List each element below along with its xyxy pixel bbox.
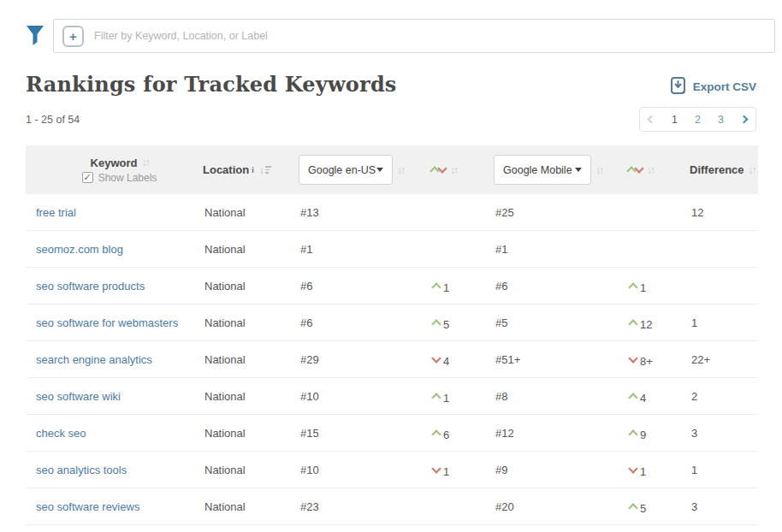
sort-change-desktop-icon[interactable]: ↓↑ (450, 164, 457, 176)
cell-rank-desktop: #10 (299, 464, 431, 476)
table-row: seo software reviewsNational#23#2053 (26, 488, 758, 525)
chevron-right-icon (740, 115, 749, 124)
export-csv-button[interactable]: Export CSV (671, 77, 756, 96)
change-value: 9 (640, 429, 646, 441)
table-row: seomoz.com blogNational#1#1 (26, 231, 758, 268)
cell-location: National (203, 316, 299, 329)
cell-rank-desktop: #1 (299, 243, 431, 256)
keyword-link[interactable]: seo software reviews (26, 500, 203, 513)
rank-down-icon (628, 464, 637, 473)
table-row: free trialNational#13#2512 (26, 194, 758, 231)
pagination-prev-button[interactable] (640, 108, 663, 131)
sort-difference-icon[interactable]: ↓↑ (749, 164, 755, 176)
cell-rank-mobile: #8 (494, 390, 628, 403)
change-value: 12 (640, 318, 652, 331)
cell-rank-mobile: #20 (494, 500, 628, 513)
pagination: 1 2 3 (639, 107, 756, 132)
cell-difference: 22+ (690, 353, 758, 366)
cell-change-mobile: 9 (628, 427, 690, 440)
column-difference: Difference ↓↑ (690, 163, 758, 176)
info-icon[interactable]: i (252, 166, 254, 174)
rank-up-icon (431, 319, 441, 328)
cell-rank-mobile: #12 (494, 427, 628, 440)
keyword-link[interactable]: seo software wiki (26, 390, 203, 403)
pagination-next-button[interactable] (732, 108, 755, 131)
change-value: 5 (640, 502, 646, 515)
show-labels-label: Show Labels (98, 172, 157, 184)
cell-rank-desktop: #6 (299, 316, 431, 329)
checkbox-checked-icon[interactable]: ✓ (82, 172, 93, 183)
sort-keyword-icon[interactable]: ↓↑ (141, 157, 148, 168)
rankings-table: Keyword ↓↑ ✓ Show Labels Location i ↓ Go… (26, 145, 758, 525)
column-keyword: Keyword ↓↑ ✓ Show Labels (26, 157, 203, 184)
cell-difference: 1 (690, 316, 758, 329)
table-row: seo software wikiNational#101#842 (26, 378, 758, 415)
filter-funnel-icon[interactable] (26, 25, 44, 47)
keyword-link[interactable]: seo software products (26, 280, 203, 293)
cell-change-desktop: 6 (431, 427, 494, 440)
cell-change-desktop: 1 (431, 390, 494, 403)
cell-rank-mobile: #9 (494, 464, 628, 476)
change-value: 4 (443, 355, 449, 368)
engine-mobile-value: Google Mobile (503, 164, 572, 176)
cell-rank-desktop: #29 (299, 353, 431, 366)
cell-change-mobile: 12 (628, 316, 690, 329)
rank-change-icon (628, 165, 643, 174)
cell-change-mobile: 1 (628, 280, 690, 293)
sort-rank-desktop-icon[interactable]: ↓↑ (397, 164, 404, 176)
filter-input-container: + (53, 19, 775, 53)
keyword-link[interactable]: free trial (26, 206, 203, 219)
rank-down-icon (437, 163, 447, 173)
pagination-page-2[interactable]: 2 (686, 108, 709, 131)
sort-change-mobile-icon[interactable]: ↓↑ (647, 164, 654, 176)
cell-change-desktop: 1 (431, 280, 494, 293)
add-filter-button[interactable]: + (62, 26, 84, 47)
cell-location: National (203, 243, 299, 256)
cell-difference: 1 (690, 464, 758, 476)
cell-change-mobile: 8+ (628, 353, 690, 366)
engine-desktop-dropdown[interactable]: Google en-US (299, 155, 393, 185)
sort-location-icon[interactable]: ↓ (259, 164, 271, 176)
column-change-mobile: ↓↑ (628, 164, 690, 176)
keyword-link[interactable]: check seo (26, 427, 203, 440)
cell-rank-desktop: #15 (299, 427, 431, 440)
column-change-desktop: ↓↑ (431, 164, 494, 176)
keyword-link[interactable]: seo software for webmasters (26, 316, 203, 329)
change-value: 1 (640, 465, 646, 478)
page-title: Rankings for Tracked Keywords (26, 72, 397, 97)
keyword-link[interactable]: seomoz.com blog (26, 243, 203, 256)
caret-down-icon (376, 168, 383, 172)
rank-up-icon (628, 503, 637, 512)
keyword-header-label: Keyword (91, 157, 138, 169)
change-value: 1 (443, 465, 449, 478)
cell-rank-mobile: #1 (494, 243, 628, 256)
table-row: seo analytics toolsNational#101#911 (26, 452, 758, 488)
engine-mobile-dropdown[interactable]: Google Mobile (494, 155, 591, 185)
cell-rank-desktop: #23 (299, 500, 431, 513)
change-value: 1 (640, 281, 646, 294)
sort-rank-mobile-icon[interactable]: ↓↑ (595, 164, 602, 176)
rank-up-icon (628, 429, 637, 439)
result-range: 1 - 25 of 54 (26, 114, 80, 126)
column-engine-desktop: Google en-US ↓↑ (299, 155, 431, 185)
cell-location: National (203, 464, 299, 476)
cell-difference: 2 (690, 390, 758, 403)
change-value: 8+ (640, 355, 653, 368)
change-value: 1 (443, 281, 449, 294)
show-labels-toggle[interactable]: ✓ Show Labels (82, 172, 157, 184)
rank-up-icon (431, 429, 441, 439)
change-value: 4 (640, 392, 646, 405)
keyword-link[interactable]: search engine analytics (26, 353, 203, 366)
filter-input[interactable] (94, 30, 774, 42)
change-value: 1 (443, 392, 449, 405)
cell-change-mobile: 5 (628, 500, 690, 513)
table-body: free trialNational#13#2512seomoz.com blo… (26, 194, 758, 525)
keyword-link[interactable]: seo analytics tools (26, 464, 203, 476)
pagination-page-3[interactable]: 3 (709, 108, 732, 131)
difference-header-label: Difference (690, 163, 744, 176)
rank-down-icon (628, 353, 637, 363)
rank-down-icon (634, 163, 643, 173)
cell-location: National (203, 390, 299, 403)
column-location: Location i ↓ (203, 163, 299, 176)
pagination-page-1[interactable]: 1 (663, 108, 686, 131)
